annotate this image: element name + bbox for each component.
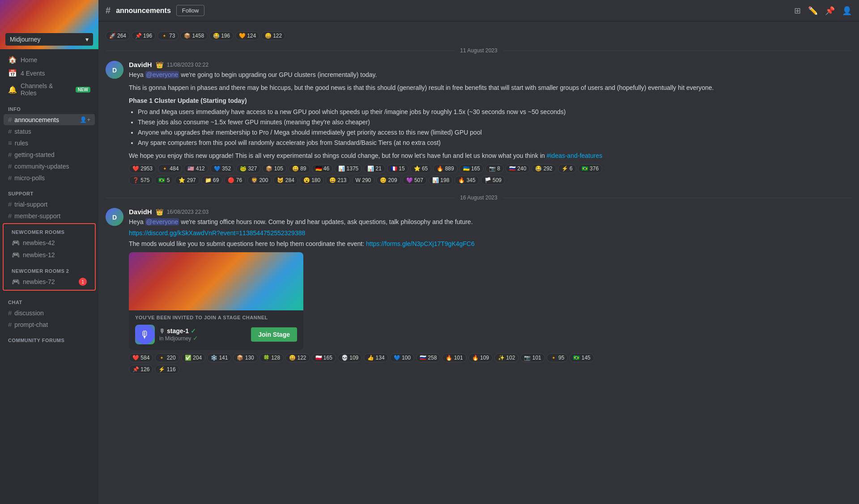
reaction[interactable]: 🔸 73 xyxy=(157,31,179,40)
reaction[interactable]: 👍 134 xyxy=(364,353,388,362)
reaction[interactable]: 💜 507 xyxy=(403,176,427,185)
reaction[interactable]: 🔸 484 xyxy=(158,164,182,173)
channel-label: newbies-42 xyxy=(23,239,55,246)
reaction[interactable]: 📦 105 xyxy=(262,164,286,173)
reaction[interactable]: 🇧🇷 376 xyxy=(578,164,602,173)
reaction[interactable]: 😄 213 xyxy=(326,176,350,185)
edit-icon[interactable]: ✏️ xyxy=(808,6,818,16)
reaction[interactable]: ⭐ 297 xyxy=(175,176,199,185)
channel-status[interactable]: # status xyxy=(4,126,95,137)
server-name-button[interactable]: Midjourney ▾ xyxy=(5,33,93,46)
forms-link[interactable]: https://forms.gle/N3pCXj17T9gK4gFC6 xyxy=(366,240,475,247)
reaction[interactable]: 🐸 327 xyxy=(236,164,260,173)
reaction[interactable]: 🇺🇸 412 xyxy=(184,164,208,173)
reaction[interactable]: 📌 126 xyxy=(129,365,153,374)
join-stage-button[interactable]: Join Stage xyxy=(251,327,297,342)
hashtag-settings-icon[interactable]: ⊞ xyxy=(794,6,801,16)
section-newcomer-rooms: NEWCOMER ROOMS xyxy=(4,226,95,237)
channel-community-updates[interactable]: # community-updates xyxy=(4,161,95,172)
channel-announcements[interactable]: # announcements 👤+ xyxy=(4,114,95,125)
reaction[interactable]: 🔥 345 xyxy=(455,176,479,185)
reaction[interactable]: 🇧🇷 145 xyxy=(570,353,594,362)
reaction[interactable]: 📊 21 xyxy=(364,164,385,173)
channel-rules[interactable]: ≡ rules xyxy=(4,137,95,148)
sidebar-item-channels-roles[interactable]: 🔔 Channels & Roles NEW xyxy=(4,80,95,99)
reaction[interactable]: 📷 8 xyxy=(485,164,504,173)
channel-newbies-42[interactable]: 🎮 newbies-42 xyxy=(7,237,91,249)
server-name: Midjourney xyxy=(10,36,40,43)
reaction[interactable]: 💙 352 xyxy=(210,164,234,173)
reaction[interactable]: 😊 209 xyxy=(376,176,400,185)
reaction[interactable]: ❤️ 584 xyxy=(129,353,153,362)
reaction[interactable]: 🦁 200 xyxy=(247,176,272,185)
reaction[interactable]: 🔴 76 xyxy=(224,176,246,185)
reaction[interactable]: ✨ 102 xyxy=(494,353,519,362)
reaction[interactable]: ❤️ 2953 xyxy=(129,164,156,173)
reaction[interactable]: 📷 101 xyxy=(520,353,544,362)
pin-icon[interactable]: 📌 xyxy=(825,6,835,16)
reaction[interactable]: 😄 122 xyxy=(261,31,285,40)
reaction[interactable]: 😮 180 xyxy=(300,176,324,185)
reaction[interactable]: 😄 122 xyxy=(285,353,310,362)
reaction[interactable]: ⚡ 116 xyxy=(155,365,179,374)
reaction[interactable]: ⚡ 6 xyxy=(558,164,576,173)
reaction[interactable]: ❓ 575 xyxy=(129,176,153,185)
reaction[interactable]: 🇷🇺 258 xyxy=(416,353,440,362)
sidebar-item-home[interactable]: 🏠 Home xyxy=(4,53,95,66)
section-community-forums: COMMUNITY FORUMS xyxy=(0,330,98,345)
reaction[interactable]: ❄️ 141 xyxy=(207,353,231,362)
reaction[interactable]: ⭐ 65 xyxy=(410,164,432,173)
reaction[interactable]: 🔥 889 xyxy=(433,164,457,173)
reaction[interactable]: 📁 69 xyxy=(201,176,223,185)
reaction[interactable]: 🏳️ 509 xyxy=(481,176,505,185)
reaction[interactable]: 📊 1375 xyxy=(335,164,362,173)
reaction[interactable]: 🔥 109 xyxy=(468,353,493,362)
reaction[interactable]: 🧡 124 xyxy=(235,31,259,40)
reaction[interactable]: 😂 292 xyxy=(532,164,556,173)
channel-newbies-12[interactable]: 🎮 newbies-12 xyxy=(7,249,91,261)
sidebar-item-events[interactable]: 📅 4 Events xyxy=(4,67,95,80)
reaction[interactable]: 💙 100 xyxy=(390,353,414,362)
reaction[interactable]: 📌 196 xyxy=(132,31,156,40)
reaction[interactable]: 😺 284 xyxy=(273,176,298,185)
verified-icon-2: ✓ xyxy=(193,335,198,342)
message-bold-heading: Phase 1 Cluster Update (Starting today) xyxy=(129,96,852,106)
reaction[interactable]: 🚀 264 xyxy=(106,31,130,40)
username: DavidH xyxy=(129,208,152,216)
channel-micro-polls[interactable]: # micro-polls xyxy=(4,172,95,183)
ideas-link[interactable]: #ideas-and-features xyxy=(547,152,603,159)
reaction[interactable]: 📦 130 xyxy=(233,353,257,362)
microphone-icon: 🎙 xyxy=(159,328,165,335)
discord-link[interactable]: https://discord.gg/kSkXawdVnR?event=1138… xyxy=(129,229,305,237)
reaction[interactable]: W 290 xyxy=(352,176,375,185)
reaction[interactable]: 🔸 95 xyxy=(547,353,568,362)
follow-button[interactable]: Follow xyxy=(176,5,205,16)
channel-newbies-72[interactable]: 🎮 newbies-72 1 xyxy=(7,276,91,288)
stage-channel-avatar: 🎙 xyxy=(135,325,155,344)
reaction[interactable]: 🇵🇱 165 xyxy=(312,353,336,362)
reaction[interactable]: 📦 1458 xyxy=(180,31,208,40)
top-reaction-bar: 🚀 264 📌 196 🔸 73 📦 1458 😂 196 🧡 124 😄 12… xyxy=(106,31,852,40)
reaction[interactable]: 📊 198 xyxy=(429,176,453,185)
list-item: These jobs also consume ~1.5x fewer GPU … xyxy=(138,118,852,127)
reaction[interactable]: 💀 109 xyxy=(338,353,362,362)
channel-member-support[interactable]: # member-support xyxy=(4,210,95,221)
channel-discussion[interactable]: # discussion xyxy=(4,307,95,318)
channel-getting-started[interactable]: # getting-started xyxy=(4,149,95,160)
channel-label: trial-support xyxy=(14,201,47,208)
reaction[interactable]: ✅ 204 xyxy=(181,353,205,362)
reaction[interactable]: 🍀 128 xyxy=(259,353,284,362)
channel-prompt-chat[interactable]: # prompt-chat xyxy=(4,319,95,330)
hash-icon: # xyxy=(8,127,12,135)
reaction[interactable]: 🔸 220 xyxy=(155,353,179,362)
reaction[interactable]: 🇧🇷 5 xyxy=(155,176,173,185)
reaction[interactable]: 😄 89 xyxy=(289,164,310,173)
reaction[interactable]: 🇩🇪 46 xyxy=(312,164,333,173)
reaction[interactable]: 😂 196 xyxy=(209,31,234,40)
reaction[interactable]: 🇷🇺 240 xyxy=(506,164,530,173)
reaction[interactable]: 🇺🇦 165 xyxy=(459,164,484,173)
channel-trial-support[interactable]: # trial-support xyxy=(4,199,95,210)
reaction[interactable]: 🔥 101 xyxy=(442,353,466,362)
reaction[interactable]: 🇫🇷 15 xyxy=(387,164,408,173)
members-icon[interactable]: 👤 xyxy=(842,6,852,16)
